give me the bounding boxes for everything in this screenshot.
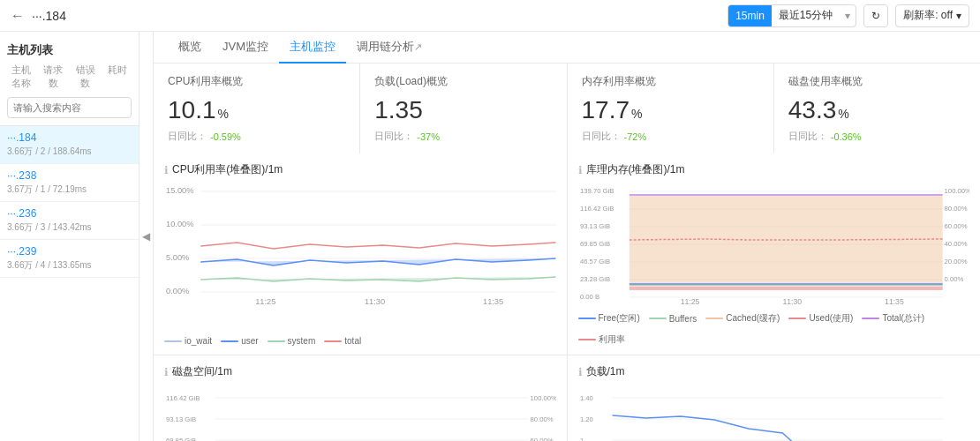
tab-host[interactable]: 主机监控 <box>279 32 346 64</box>
legend-dot <box>221 340 238 342</box>
legend-dot <box>788 318 806 319</box>
chevron-down-icon: ▾ <box>956 10 961 22</box>
sidebar-columns: 主机名称 请求数 错误数 耗时 <box>7 62 132 92</box>
compare-value: -0.59% <box>210 131 241 142</box>
top-bar: ← ···.184 15min 最近15分钟 ▾ ↻ 刷新率: off ▾ <box>0 0 980 32</box>
metric-title: 内存利用率概览 <box>582 74 759 89</box>
svg-text:11:30: 11:30 <box>365 297 385 306</box>
chart-cpu: ℹ CPU利用率(堆叠图)/1m 15.00% 10.00% 5.00% 0.0… <box>154 153 567 355</box>
tab-trace[interactable]: 调用链分析↗ <box>346 32 433 64</box>
svg-text:100.00%: 100.00% <box>531 394 556 402</box>
memory-chart-svg: 139.70 GiB 116.42 GiB 93.13 GiB 69.85 Gi… <box>578 183 970 306</box>
refresh-button[interactable]: ↻ <box>863 4 888 27</box>
chart-load-title: ℹ 负载/1m <box>578 364 970 379</box>
col-errors: 错误数 <box>72 64 100 90</box>
legend-free: Free(空闲) <box>578 312 640 325</box>
svg-text:60.00%: 60.00% <box>944 222 967 230</box>
sidebar-search[interactable] <box>7 97 132 118</box>
svg-text:100.00%: 100.00% <box>944 187 969 195</box>
chart-memory-area: 139.70 GiB 116.42 GiB 93.13 GiB 69.85 Gi… <box>578 183 970 309</box>
legend-dot <box>578 318 596 319</box>
tab-overview[interactable]: 概览 <box>168 32 212 64</box>
chart-cpu-title: ℹ CPU利用率(堆叠图)/1m <box>164 162 556 177</box>
sidebar-header: 主机列表 主机名称 请求数 错误数 耗时 <box>0 32 139 126</box>
metric-compare: 日同比：-0.36% <box>788 130 966 143</box>
metric-value: 17.7% <box>582 96 759 124</box>
svg-text:1: 1 <box>579 437 583 441</box>
legend-total: Total(总计) <box>862 312 924 325</box>
svg-text:10.00%: 10.00% <box>166 220 193 228</box>
refresh-rate-selector[interactable]: 刷新率: off ▾ <box>895 4 969 27</box>
info-icon: ℹ <box>578 164 583 176</box>
metric-disk: 磁盘使用率概览 43.3% 日同比：-0.36% <box>774 64 980 153</box>
svg-text:69.85 GiB: 69.85 GiB <box>166 437 196 441</box>
metric-cpu: CPU利用率概览 10.1% 日同比：-0.59% <box>154 64 359 153</box>
metric-value: 1.35 <box>374 96 552 124</box>
info-icon: ℹ <box>578 366 583 378</box>
chart-disk-area: 116.42 GiB 93.13 GiB 69.85 GiB 46.57 GiB… <box>164 385 556 441</box>
info-icon: ℹ <box>164 366 169 378</box>
chart-cpu-area: 15.00% 10.00% 5.00% 0.00% <box>164 183 556 333</box>
svg-text:11:35: 11:35 <box>483 297 503 306</box>
metric-number: 1.35 <box>374 96 423 124</box>
sidebar-list: ···.184 3.66万 / 2 / 188.64ms ···.238 3.6… <box>0 126 139 441</box>
collapse-icon: ◀ <box>142 230 150 243</box>
chart-memory: ℹ 库理内存(堆叠图)/1m 139.70 GiB 116.42 GiB 93.… <box>568 153 981 355</box>
svg-text:23.28 GiB: 23.28 GiB <box>579 275 609 283</box>
legend-dot <box>268 340 285 342</box>
charts-grid: ℹ CPU利用率(堆叠图)/1m 15.00% 10.00% 5.00% 0.0… <box>154 153 980 441</box>
legend-io-wait: io_wait <box>164 336 212 346</box>
metric-load: 负载(Load)概览 1.35 日同比：-37% <box>360 64 566 153</box>
svg-text:11:25: 11:25 <box>680 297 699 306</box>
metric-title: CPU利用率概览 <box>168 74 345 89</box>
legend-dot <box>578 339 596 340</box>
legend-buffers: Buffers <box>649 312 697 325</box>
col-requests: 请求数 <box>39 64 67 90</box>
refresh-rate-label: 刷新率: off <box>903 8 953 23</box>
refresh-icon: ↻ <box>871 10 880 22</box>
list-item[interactable]: ···.238 3.67万 / 1 / 72.19ms <box>0 164 139 202</box>
metric-memory: 内存利用率概览 17.7% 日同比：-72% <box>568 64 773 153</box>
list-item[interactable]: ···.239 3.66万 / 4 / 133.65ms <box>0 240 139 278</box>
search-input[interactable] <box>7 97 132 118</box>
svg-text:46.57 GiB: 46.57 GiB <box>579 258 609 265</box>
list-item[interactable]: ···.184 3.66万 / 2 / 188.64ms <box>0 126 139 164</box>
svg-text:60.00%: 60.00% <box>531 437 554 441</box>
svg-text:11:35: 11:35 <box>885 297 904 306</box>
top-bar-controls: 15min 最近15分钟 ▾ ↻ 刷新率: off ▾ <box>727 4 969 27</box>
legend-user: user <box>221 336 258 346</box>
svg-text:116.42 GiB: 116.42 GiB <box>579 205 614 213</box>
legend-dot <box>862 318 879 319</box>
metric-number: 43.3 <box>788 96 837 124</box>
nav-tabs: 概览 JVM监控 主机监控 调用链分析↗ <box>154 32 980 64</box>
legend-system: system <box>268 336 316 346</box>
chart-disk: ℹ 磁盘空间/1m 116.42 GiB 93.13 GiB 69.85 GiB… <box>154 355 567 441</box>
legend-utilization: 利用率 <box>578 333 625 346</box>
svg-text:0.00%: 0.00% <box>166 287 189 295</box>
back-button[interactable]: ← <box>11 8 25 24</box>
sidebar-collapse-button[interactable]: ◀ <box>139 32 154 441</box>
svg-text:116.42 GiB: 116.42 GiB <box>166 394 200 402</box>
legend-dot <box>705 318 723 319</box>
metric-unit: % <box>838 107 848 121</box>
sidebar: 主机列表 主机名称 请求数 错误数 耗时 ···.184 3.66万 / 2 /… <box>0 32 139 441</box>
host-name: ···.239 <box>7 245 132 258</box>
time-badge: 15min <box>728 5 772 26</box>
main-layout: 主机列表 主机名称 请求数 错误数 耗时 ···.184 3.66万 / 2 /… <box>0 32 980 441</box>
metric-value: 10.1% <box>168 96 345 124</box>
metric-unit: % <box>631 107 642 121</box>
cpu-chart-legend: io_wait user system total <box>164 336 556 346</box>
host-name: ···.238 <box>7 169 132 182</box>
chevron-down-icon: ▾ <box>840 10 856 22</box>
tab-jvm[interactable]: JVM监控 <box>212 32 279 64</box>
time-range-selector[interactable]: 15min 最近15分钟 ▾ <box>727 4 856 27</box>
list-item[interactable]: ···.236 3.66万 / 3 / 143.42ms <box>0 202 139 240</box>
sidebar-title: 主机列表 <box>7 39 132 62</box>
main-content: 概览 JVM监控 主机监控 调用链分析↗ CPU利用率概览 10.1% 日同比：… <box>154 32 980 441</box>
chart-load: ℹ 负载/1m 1.40 1.20 1 0.800 0.600 <box>568 355 981 441</box>
col-hostname: 主机名称 <box>7 64 35 90</box>
svg-text:1.40: 1.40 <box>579 394 593 402</box>
svg-text:139.70 GiB: 139.70 GiB <box>579 187 614 195</box>
svg-text:11:30: 11:30 <box>782 297 802 306</box>
metric-number: 10.1 <box>168 96 216 124</box>
